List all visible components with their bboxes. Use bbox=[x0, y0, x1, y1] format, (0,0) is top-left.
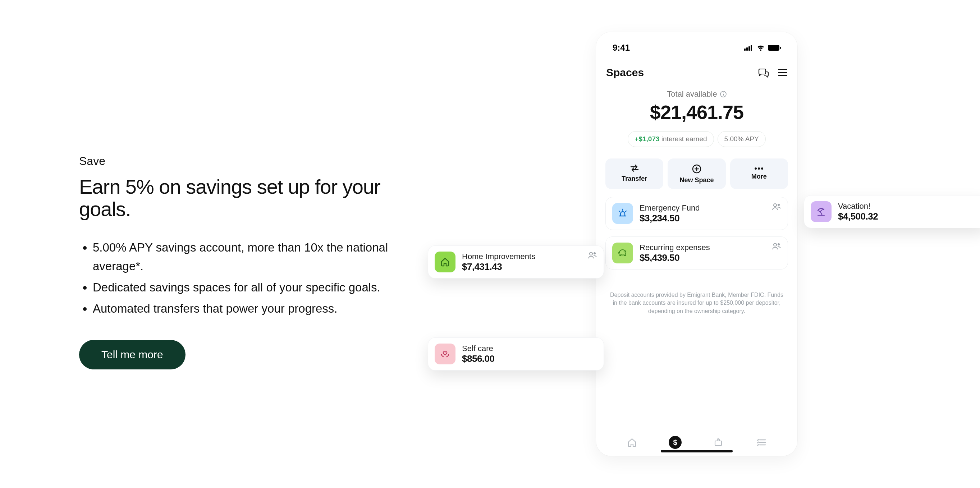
svg-point-16 bbox=[774, 204, 776, 207]
svg-rect-11 bbox=[723, 93, 724, 94]
space-name: Vacation! bbox=[838, 202, 980, 211]
space-card-home-improvements[interactable]: Home Improvements $7,431.43 bbox=[428, 245, 604, 278]
interest-earned-pill[interactable]: +$1,073 interest earned bbox=[628, 131, 714, 147]
siren-icon bbox=[617, 208, 628, 219]
svg-rect-0 bbox=[744, 49, 746, 51]
space-amount: $4,500.32 bbox=[838, 211, 980, 222]
svg-point-22 bbox=[718, 439, 719, 440]
space-name: Emergency Fund bbox=[640, 203, 781, 213]
space-amount: $3,234.50 bbox=[640, 213, 781, 224]
space-name: Self care bbox=[462, 344, 597, 353]
svg-rect-6 bbox=[778, 69, 787, 70]
svg-point-19 bbox=[774, 243, 776, 246]
space-card-vacation[interactable]: Vacation! $4,500.32 bbox=[804, 195, 980, 228]
hands-heart-icon bbox=[440, 348, 450, 359]
home-icon bbox=[440, 257, 450, 267]
info-icon[interactable] bbox=[720, 91, 727, 97]
svg-rect-8 bbox=[778, 75, 787, 76]
app-header: Spaces bbox=[605, 64, 788, 89]
feature-list-item: Automated transfers that power your prog… bbox=[93, 299, 421, 318]
cellular-icon bbox=[744, 45, 754, 51]
feature-list: 5.00% APY savings account, more than 10x… bbox=[93, 238, 421, 318]
svg-point-24 bbox=[593, 252, 596, 254]
interest-earned-suffix: interest earned bbox=[660, 135, 707, 143]
status-bar: 9:41 bbox=[605, 41, 788, 64]
space-card-recurring[interactable]: Recurring expenses $5,439.50 bbox=[605, 237, 788, 270]
new-space-label: New Space bbox=[671, 176, 722, 184]
new-space-action[interactable]: New Space bbox=[668, 159, 725, 189]
svg-point-13 bbox=[755, 167, 757, 170]
more-action[interactable]: More bbox=[730, 159, 788, 189]
status-time: 9:41 bbox=[612, 43, 630, 53]
piggy-bank-icon bbox=[617, 248, 628, 258]
disclosure-text: Deposit accounts provided by Emigrant Ba… bbox=[605, 291, 788, 315]
space-amount: $5,439.50 bbox=[640, 252, 781, 264]
headline: Earn 5% on savings set up for your goals… bbox=[79, 176, 402, 220]
menu-icon[interactable] bbox=[778, 69, 787, 76]
svg-rect-1 bbox=[746, 48, 748, 51]
space-card-emergency[interactable]: Emergency Fund $3,234.50 bbox=[605, 197, 788, 230]
space-amount: $856.00 bbox=[462, 353, 597, 364]
more-icon bbox=[734, 167, 784, 170]
total-available-label: Total available bbox=[605, 89, 788, 99]
svg-point-17 bbox=[778, 204, 780, 206]
tab-briefcase[interactable] bbox=[712, 436, 725, 449]
space-amount: $7,431.43 bbox=[462, 261, 597, 272]
svg-point-15 bbox=[761, 167, 763, 170]
tell-me-more-button[interactable]: Tell me more bbox=[79, 340, 186, 369]
transfer-label: Transfer bbox=[609, 175, 660, 183]
apy-pill[interactable]: 5.00% APY bbox=[718, 131, 766, 147]
beach-umbrella-icon bbox=[816, 206, 826, 217]
svg-point-14 bbox=[758, 167, 760, 170]
svg-rect-4 bbox=[768, 45, 780, 51]
feature-list-item: Dedicated savings spaces for all of your… bbox=[93, 278, 421, 297]
space-name: Recurring expenses bbox=[640, 243, 781, 252]
interest-earned-amount: +$1,073 bbox=[635, 135, 659, 143]
plus-circle-icon bbox=[671, 164, 722, 173]
svg-rect-5 bbox=[780, 47, 781, 49]
tab-bar: $ bbox=[596, 432, 797, 449]
transfer-icon bbox=[609, 164, 660, 172]
dollar-icon: $ bbox=[673, 439, 677, 447]
total-available-text: Total available bbox=[667, 89, 717, 99]
transfer-action[interactable]: Transfer bbox=[605, 159, 663, 189]
space-card-self-care[interactable]: Self care $856.00 bbox=[428, 337, 604, 370]
section-eyebrow: Save bbox=[79, 154, 421, 168]
more-label: More bbox=[734, 173, 784, 180]
svg-point-23 bbox=[590, 252, 592, 255]
tab-home[interactable] bbox=[625, 436, 638, 449]
total-available-amount: $21,461.75 bbox=[605, 101, 788, 123]
people-icon bbox=[772, 203, 781, 210]
phone-mockup: 9:41 Spaces bbox=[596, 32, 797, 456]
people-icon bbox=[772, 243, 781, 250]
tab-list[interactable] bbox=[755, 436, 768, 449]
chat-icon[interactable] bbox=[758, 68, 768, 78]
svg-rect-7 bbox=[778, 72, 787, 73]
svg-rect-2 bbox=[748, 46, 750, 51]
space-name: Home Improvements bbox=[462, 252, 597, 261]
home-indicator bbox=[661, 450, 733, 452]
battery-icon bbox=[768, 45, 781, 51]
svg-rect-21 bbox=[715, 441, 722, 446]
svg-rect-10 bbox=[723, 94, 724, 95]
svg-point-20 bbox=[778, 243, 780, 245]
app-title: Spaces bbox=[606, 67, 644, 79]
svg-point-18 bbox=[624, 251, 625, 253]
wifi-icon bbox=[756, 45, 765, 51]
tab-money[interactable]: $ bbox=[669, 436, 682, 449]
people-icon bbox=[588, 251, 597, 259]
svg-rect-3 bbox=[751, 45, 752, 51]
feature-list-item: 5.00% APY savings account, more than 10x… bbox=[93, 238, 421, 277]
